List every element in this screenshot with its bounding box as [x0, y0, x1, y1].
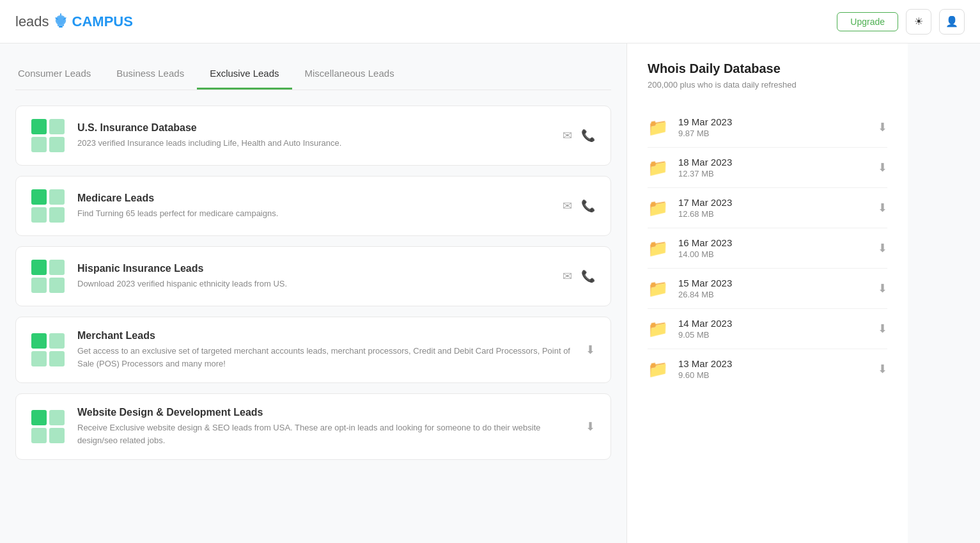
sun-icon: ☀	[914, 15, 923, 28]
entry-download-icon[interactable]: ⬇	[878, 120, 887, 134]
whois-entry: 📁 19 Mar 2023 9.87 MB ⬇	[648, 107, 887, 148]
icon-sq-1	[31, 333, 47, 349]
icon-sq-4	[49, 207, 65, 223]
phone-icon[interactable]: 📞	[581, 269, 595, 283]
db-date: 14 Mar 2023	[678, 318, 867, 329]
db-size: 14.00 MB	[678, 249, 867, 259]
entry-download-icon[interactable]: ⬇	[878, 362, 887, 376]
db-info: 18 Mar 2023 12.37 MB	[678, 157, 867, 178]
folder-icon: 📁	[648, 118, 668, 138]
lead-actions: ⬇	[586, 420, 595, 434]
db-date: 17 Mar 2023	[678, 197, 867, 208]
entry-download-icon[interactable]: ⬇	[878, 241, 887, 255]
lead-card-icon	[31, 333, 65, 366]
db-date: 19 Mar 2023	[678, 116, 867, 127]
folder-icon: 📁	[648, 158, 668, 178]
db-size: 26.84 MB	[678, 290, 867, 299]
header: leads CAMPUS Upgrade ☀ 👤	[0, 0, 980, 43]
folder-icon: 📁	[648, 198, 668, 218]
db-size: 12.68 MB	[678, 209, 867, 219]
db-date: 16 Mar 2023	[678, 237, 867, 248]
icon-sq-2	[49, 333, 65, 349]
lead-title: Website Design & Development Leads	[77, 407, 573, 418]
icon-sq-2	[49, 260, 65, 275]
db-size: 12.37 MB	[678, 169, 867, 178]
icon-sq-3	[31, 428, 47, 443]
phone-icon[interactable]: 📞	[581, 129, 595, 143]
lead-desc: Find Turning 65 leads perfect for medica…	[77, 207, 550, 220]
lead-actions: ✉📞	[563, 199, 595, 213]
icon-sq-1	[31, 119, 47, 134]
lead-card: Medicare Leads Find Turning 65 leads per…	[15, 176, 611, 236]
lead-card-icon	[31, 410, 65, 443]
icon-sq-2	[49, 189, 65, 205]
theme-toggle-button[interactable]: ☀	[906, 9, 931, 35]
icon-sq-3	[31, 351, 47, 366]
whois-entry: 📁 16 Mar 2023 14.00 MB ⬇	[648, 228, 887, 269]
whois-title: Whois Daily Database	[648, 61, 887, 76]
lead-actions: ⬇	[586, 343, 595, 357]
icon-sq-4	[49, 278, 65, 293]
entry-download-icon[interactable]: ⬇	[878, 201, 887, 215]
tab-business[interactable]: Business Leads	[104, 59, 197, 90]
whois-entry: 📁 17 Mar 2023 12.68 MB ⬇	[648, 188, 887, 228]
db-info: 15 Mar 2023 26.84 MB	[678, 278, 867, 299]
whois-entry: 📁 18 Mar 2023 12.37 MB ⬇	[648, 148, 887, 188]
lead-title: Medicare Leads	[77, 193, 550, 204]
email-icon[interactable]: ✉	[563, 129, 572, 143]
lead-title: Merchant Leads	[77, 330, 573, 342]
header-actions: Upgrade ☀ 👤	[837, 9, 965, 35]
icon-sq-1	[31, 260, 47, 275]
db-info: 14 Mar 2023 9.05 MB	[678, 318, 867, 340]
whois-entry: 📁 13 Mar 2023 9.60 MB ⬇	[648, 349, 887, 389]
icon-sq-3	[31, 278, 47, 293]
db-size: 9.60 MB	[678, 370, 867, 380]
entry-download-icon[interactable]: ⬇	[878, 322, 887, 336]
whois-entry: 📁 14 Mar 2023 9.05 MB ⬇	[648, 309, 887, 349]
left-panel: Consumer LeadsBusiness LeadsExclusive Le…	[0, 43, 626, 543]
lead-actions: ✉📞	[563, 129, 595, 143]
lead-desc: 2023 verified Insurance leads including …	[77, 137, 550, 150]
lead-info: Website Design & Development Leads Recei…	[77, 407, 573, 446]
tab-consumer[interactable]: Consumer Leads	[15, 59, 104, 90]
db-size: 9.87 MB	[678, 129, 867, 138]
lead-desc: Get access to an exclusive set of target…	[77, 345, 573, 370]
lead-info: U.S. Insurance Database 2023 verified In…	[77, 122, 550, 150]
entry-download-icon[interactable]: ⬇	[878, 281, 887, 295]
db-info: 13 Mar 2023 9.60 MB	[678, 358, 867, 380]
whois-entries-list: 📁 19 Mar 2023 9.87 MB ⬇ 📁 18 Mar 2023 12…	[648, 107, 887, 389]
folder-icon: 📁	[648, 319, 668, 339]
lead-card: Hispanic Insurance Leads Download 2023 v…	[15, 246, 611, 306]
email-icon[interactable]: ✉	[563, 269, 572, 283]
entry-download-icon[interactable]: ⬇	[878, 161, 887, 175]
lead-info: Medicare Leads Find Turning 65 leads per…	[77, 193, 550, 220]
logo: leads CAMPUS	[15, 13, 133, 31]
lead-desc: Receive Exclusive website design & SEO l…	[77, 421, 573, 446]
lead-title: Hispanic Insurance Leads	[77, 263, 550, 274]
icon-sq-3	[31, 137, 47, 152]
logo-lightbulb-icon	[52, 13, 70, 31]
upgrade-button[interactable]: Upgrade	[837, 12, 898, 31]
db-size: 9.05 MB	[678, 330, 867, 340]
leads-list: U.S. Insurance Database 2023 verified In…	[15, 106, 611, 460]
download-icon[interactable]: ⬇	[586, 343, 595, 357]
right-panel: Whois Daily Database 200,000 plus who is…	[626, 43, 908, 543]
email-icon[interactable]: ✉	[563, 199, 572, 213]
lead-desc: Download 2023 verified hispanic ethnicit…	[77, 278, 550, 290]
user-avatar-button[interactable]: 👤	[939, 9, 965, 35]
phone-icon[interactable]: 📞	[581, 199, 595, 213]
lead-info: Hispanic Insurance Leads Download 2023 v…	[77, 263, 550, 290]
tabs-bar: Consumer LeadsBusiness LeadsExclusive Le…	[15, 59, 611, 90]
download-icon[interactable]: ⬇	[586, 420, 595, 434]
svg-rect-1	[59, 26, 63, 28]
icon-sq-4	[49, 137, 65, 152]
lead-info: Merchant Leads Get access to an exclusiv…	[77, 330, 573, 370]
tab-miscellaneous[interactable]: Miscellaneous Leads	[292, 59, 407, 90]
icon-sq-2	[49, 119, 65, 134]
lead-actions: ✉📞	[563, 269, 595, 283]
db-info: 17 Mar 2023 12.68 MB	[678, 197, 867, 219]
folder-icon: 📁	[648, 279, 668, 299]
tab-exclusive[interactable]: Exclusive Leads	[197, 59, 292, 90]
db-date: 13 Mar 2023	[678, 358, 867, 369]
logo-campus-text: CAMPUS	[72, 13, 133, 30]
